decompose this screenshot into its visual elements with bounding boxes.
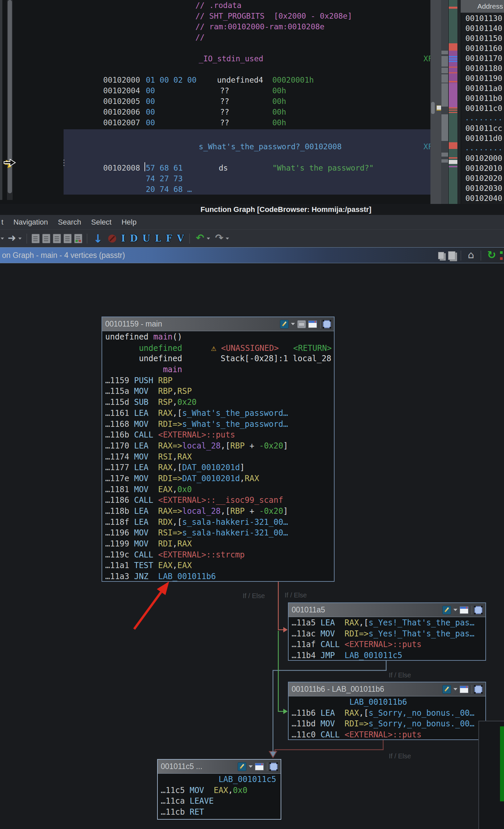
listing-row[interactable]: // .rodata bbox=[0, 0, 430, 11]
listing-row[interactable]: // bbox=[0, 32, 430, 43]
home-icon[interactable]: ⌂ bbox=[468, 249, 474, 260]
asm-row[interactable]: …1170 LEA RAX=>local_28,[RBP + -0x20] bbox=[102, 440, 334, 452]
address-row[interactable]: 00101130 bbox=[461, 13, 504, 23]
asm-row[interactable]: …11ca LEAVE bbox=[158, 796, 281, 807]
asm-row[interactable]: …11af CALL <EXTERNAL>::puts bbox=[288, 639, 486, 650]
data-type-icon[interactable] bbox=[53, 234, 61, 243]
asm-row[interactable]: …11cb RET bbox=[158, 807, 281, 818]
asm-row[interactable]: …1196 MOV RSI=>s_sala-hakkeri-321_00… bbox=[102, 528, 334, 538]
asm-row[interactable]: …11bd MOV RDI=>s_Sorry,_no_bonus._00… bbox=[288, 718, 486, 729]
background-select-icon[interactable] bbox=[270, 763, 278, 771]
listing-view-icon[interactable] bbox=[255, 763, 264, 770]
dropdown-caret-icon[interactable] bbox=[249, 765, 253, 768]
disassemble-icon[interactable] bbox=[42, 234, 50, 243]
toolbar-letter-i-button[interactable]: I bbox=[121, 233, 125, 244]
bookmarks-icon[interactable] bbox=[74, 234, 82, 243]
address-row[interactable]: 00101140 bbox=[461, 23, 504, 33]
format-icon[interactable] bbox=[442, 685, 451, 694]
listing-row[interactable]: 74 27 73 bbox=[0, 173, 430, 184]
listing-row[interactable]: 0010200001 00 02 00undefined400020001h bbox=[0, 75, 430, 85]
format-icon[interactable] bbox=[238, 762, 246, 771]
block-001011c5[interactable]: 001011c5 ... LAB_001011c5…11c5 MOV EAX,0… bbox=[157, 759, 281, 820]
listing-row[interactable]: 20 74 68 … bbox=[0, 184, 430, 194]
listing-row[interactable]: s_What's_the_password?_00102008XF bbox=[0, 141, 430, 152]
menu-item-navigation[interactable]: Navigation bbox=[8, 218, 53, 226]
asm-row[interactable]: …11a3 JNZ LAB_001011b6 bbox=[102, 571, 334, 582]
address-row[interactable]: 001011b0 bbox=[461, 93, 504, 103]
asm-row[interactable]: main bbox=[102, 364, 334, 375]
field-drag-handle-icon[interactable]: ⋮ bbox=[60, 160, 68, 165]
refresh-graph-icon[interactable]: ↻ bbox=[487, 249, 496, 261]
block-001011b6-header[interactable]: 001011b6 - LAB_001011b6 bbox=[288, 682, 486, 696]
asm-row[interactable]: …1159 PUSH RBP bbox=[102, 375, 334, 386]
asm-row[interactable]: …1161 LEA RAX,[s_What's_the_password… bbox=[102, 408, 334, 419]
asm-row[interactable]: undefined Stack[-0x28]:1 local_28 bbox=[102, 353, 334, 364]
address-row[interactable]: 00102030 bbox=[461, 183, 504, 193]
block-001011b6[interactable]: 001011b6 - LAB_001011b6 LAB_001011b6…11b… bbox=[288, 682, 486, 740]
toolbar-letter-u-button[interactable]: U bbox=[143, 233, 151, 244]
asm-row[interactable]: undefined ⚠ <UNASSIGNED> <RETURN> bbox=[102, 343, 334, 354]
clone-window-icon[interactable] bbox=[448, 251, 455, 260]
disassemble-down-icon[interactable]: ↓ bbox=[93, 232, 103, 245]
listing-row[interactable]: 0010200700??00h bbox=[0, 117, 430, 128]
listing-row[interactable]: 0010200400??00h bbox=[0, 85, 430, 96]
listing-view-icon[interactable] bbox=[460, 686, 468, 693]
asm-row[interactable]: …11ac MOV RDI=>s_Yes!_That's_the_pas… bbox=[288, 628, 486, 639]
background-select-icon[interactable] bbox=[323, 320, 331, 328]
address-row[interactable]: 00102000 bbox=[461, 153, 504, 163]
satellite-view-panel[interactable] bbox=[478, 721, 504, 829]
redo-dropdown-caret-icon[interactable] bbox=[226, 238, 229, 240]
format-icon[interactable] bbox=[280, 320, 288, 328]
asm-row[interactable]: …11c5 MOV EAX,0x0 bbox=[158, 785, 281, 796]
asm-row[interactable]: LAB_001011c5 bbox=[158, 774, 281, 785]
snapshot-icon[interactable] bbox=[438, 252, 444, 259]
asm-row[interactable]: …11a5 LEA RAX,[s_Yes!_That's_the_pas… bbox=[288, 617, 486, 628]
memory-map-icon[interactable] bbox=[32, 234, 40, 243]
asm-row[interactable]: …117e MOV RDI=>DAT_0010201d,RAX bbox=[102, 473, 334, 484]
toolbar-letter-v-button[interactable]: V bbox=[177, 233, 184, 244]
dropdown-caret-icon[interactable] bbox=[291, 323, 295, 325]
block-001011a5-header[interactable]: 001011a5 bbox=[288, 603, 486, 617]
block-main-header[interactable]: 00101159 - main bbox=[102, 317, 334, 331]
block-001011c5-header[interactable]: 001011c5 ... bbox=[158, 760, 281, 774]
dropdown-caret-icon[interactable] bbox=[454, 609, 457, 611]
asm-row[interactable]: …116b CALL <EXTERNAL>::puts bbox=[102, 430, 334, 440]
asm-row[interactable]: …119c CALL <EXTERNAL>::strcmp bbox=[102, 549, 334, 561]
toolbar-letter-l-button[interactable]: L bbox=[155, 233, 161, 244]
listing-row[interactable]: 0010200600??00h bbox=[0, 107, 430, 117]
address-row[interactable]: 00101170 bbox=[461, 53, 504, 63]
listing-row[interactable]: // SHT_PROGBITS [0x2000 - 0x208e] bbox=[0, 11, 430, 21]
menu-item-select[interactable]: Select bbox=[86, 218, 117, 226]
asm-row[interactable]: …1199 MOV RDI,RAX bbox=[102, 538, 334, 549]
graph-layout-icon[interactable] bbox=[499, 251, 504, 260]
address-row[interactable]: ........ bbox=[461, 143, 504, 153]
listing-row[interactable]: // ram:00102000-ram:0010208e bbox=[0, 21, 430, 32]
asm-row[interactable]: …118b LEA RAX=>local_28,[RBP + -0x20] bbox=[102, 506, 334, 517]
asm-row[interactable]: …1174 MOV RSI,RAX bbox=[102, 452, 334, 463]
background-select-icon[interactable] bbox=[474, 685, 482, 693]
background-select-icon[interactable] bbox=[474, 606, 482, 614]
address-row[interactable]: 001011a0 bbox=[461, 83, 504, 93]
block-001011a5[interactable]: 001011a5…11a5 LEA RAX,[s_Yes!_That's_the… bbox=[288, 603, 486, 661]
toolbar-letter-f-button[interactable]: F bbox=[166, 233, 172, 244]
asm-row[interactable]: …11b4 JMP LAB_001011c5 bbox=[288, 650, 486, 661]
address-row[interactable]: 00102010 bbox=[461, 163, 504, 173]
address-row[interactable]: 001011cc bbox=[461, 123, 504, 133]
address-row[interactable]: 00101160 bbox=[461, 43, 504, 53]
address-row[interactable]: ........ bbox=[461, 113, 504, 123]
redo-button[interactable]: ↶ bbox=[215, 232, 223, 244]
menu-item-search[interactable]: Search bbox=[53, 218, 86, 226]
asm-row[interactable]: undefined main() bbox=[102, 331, 334, 343]
listing-row[interactable]: 0010200500??00h bbox=[0, 96, 430, 107]
address-row[interactable]: 001011c0 bbox=[461, 103, 504, 113]
asm-row[interactable]: …115d SUB RSP,0x20 bbox=[102, 397, 334, 408]
undo-dropdown-caret-icon[interactable] bbox=[207, 238, 210, 240]
snapshot-icon[interactable] bbox=[297, 320, 306, 328]
program-tree-icon[interactable] bbox=[64, 234, 72, 243]
forward-button[interactable]: ➜ bbox=[8, 232, 16, 244]
toolbar-letter-d-button[interactable]: D bbox=[130, 233, 138, 244]
asm-row[interactable]: …1186 CALL <EXTERNAL>::__isoc99_scanf bbox=[102, 495, 334, 506]
function-graph-header[interactable]: on Graph - main - 4 vertices (passtr) ⌂ … bbox=[0, 247, 504, 263]
dropdown-caret-icon[interactable] bbox=[454, 688, 457, 690]
asm-row[interactable]: …118f LEA RDX,[s_sala-hakkeri-321_00… bbox=[102, 517, 334, 528]
